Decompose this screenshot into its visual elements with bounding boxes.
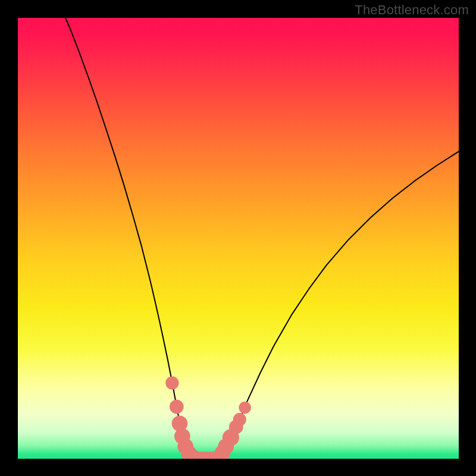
watermark-text: TheBottleneck.com xyxy=(355,2,469,18)
chart-background-gradient xyxy=(18,18,459,459)
chart-plot-area xyxy=(18,18,459,459)
